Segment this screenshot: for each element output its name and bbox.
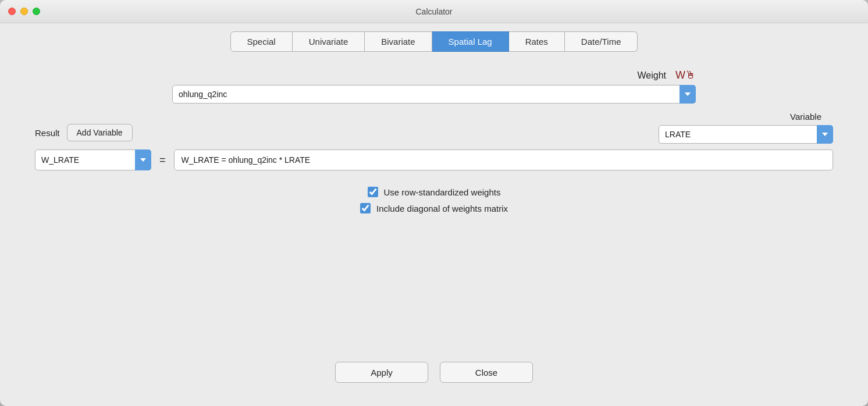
row-standardized-checkbox[interactable] [368,187,378,197]
add-variable-button[interactable]: Add Variable [67,124,133,141]
tab-univariate[interactable]: Univariate [293,31,365,52]
main-content: Weight W🖱 ohlung_q2inc Result Add Variab… [0,52,868,406]
weight-area: Weight W🖱 ohlung_q2inc [35,69,833,104]
button-row: Apply Close [35,356,833,394]
cursor-icon: W🖱 [675,69,696,81]
tab-rates[interactable]: Rates [509,31,565,52]
variable-dropdown[interactable]: LRATE [659,125,833,144]
variable-label: Variable [790,112,821,122]
formula-row: W_LRATE = [35,149,833,170]
result-dropdown-wrapper: W_LRATE [35,149,151,170]
title-bar: Calculator [0,0,868,23]
window-title: Calculator [415,7,452,16]
tab-bar: Special Univariate Bivariate Spatial Lag… [0,23,868,52]
calculator-window: Calculator Special Univariate Bivariate … [0,0,868,406]
tab-datetime[interactable]: Date/Time [565,31,638,52]
weight-dropdown[interactable]: ohlung_q2inc [172,85,696,104]
result-dropdown[interactable]: W_LRATE [35,149,151,170]
weight-label: Weight [637,70,666,81]
tab-bivariate[interactable]: Bivariate [365,31,432,52]
variable-group: Variable LRATE [144,112,833,144]
minimize-button[interactable] [20,8,28,15]
checkbox-row-include-diagonal: Include diagonal of weights matrix [360,203,508,213]
checkbox-row-row-standardized: Use row-standardized weights [368,187,501,197]
include-diagonal-label: Include diagonal of weights matrix [376,204,508,213]
checkbox-section: Use row-standardized weights Include dia… [35,187,833,213]
tab-special[interactable]: Special [230,31,293,52]
row-standardized-label: Use row-standardized weights [384,187,501,197]
variable-dropdown-wrapper: LRATE [659,125,833,144]
apply-button[interactable]: Apply [335,362,428,383]
equals-sign: = [159,154,166,166]
result-group: Result Add Variable [35,124,133,144]
close-button-bottom[interactable]: Close [440,362,533,383]
include-diagonal-checkbox[interactable] [360,203,371,213]
close-button[interactable] [8,8,16,15]
variable-result-row: Result Add Variable Variable LRATE [35,112,833,144]
result-label: Result [35,128,60,138]
weight-dropdown-wrapper: ohlung_q2inc [172,85,696,104]
weight-label-row: Weight W🖱 [172,69,696,81]
formula-input[interactable] [174,149,833,170]
maximize-button[interactable] [33,8,40,15]
window-controls [8,8,40,15]
tab-spatial-lag[interactable]: Spatial Lag [432,31,509,52]
